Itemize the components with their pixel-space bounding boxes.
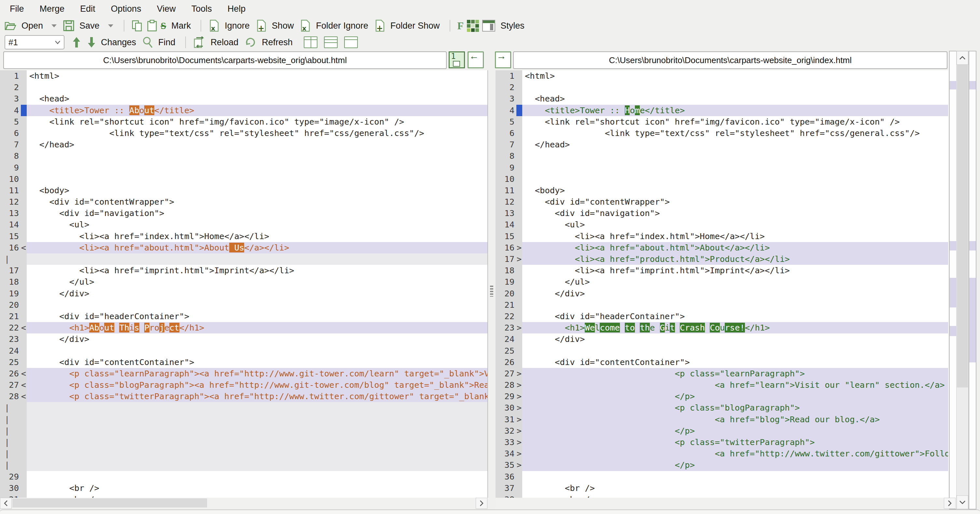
code-row[interactable]: 1<html> (496, 70, 948, 82)
code-line-text[interactable]: <p class="learnParagraph"><a href="http:… (27, 368, 487, 379)
code-line-text[interactable]: <p class="learnParagraph"> (522, 368, 948, 379)
code-row[interactable]: 17 <li><a href="imprint.html">Imprint</a… (0, 265, 487, 276)
code-row[interactable]: 27< <p class="blogParagraph"><a href="ht… (0, 379, 487, 391)
mark-icon[interactable]: S (161, 20, 166, 31)
code-row[interactable]: 19 </ul> (496, 276, 948, 287)
code-row[interactable]: 13 <div id="navigation"> (0, 208, 487, 219)
window-style-icon[interactable] (482, 20, 495, 32)
code-line-text[interactable] (27, 471, 487, 482)
code-row[interactable]: 20 </div> (496, 288, 948, 299)
code-line-text[interactable]: <h1>About This Project</h1> (27, 322, 487, 333)
next-difference-icon[interactable] (87, 36, 96, 48)
code-row[interactable]: 4> <title>Tower :: Home</title> (496, 105, 948, 116)
code-row[interactable]: 1<html> (0, 70, 487, 82)
right-file-path[interactable]: C:\Users\brunobrito\Documents\carparts-w… (513, 51, 947, 69)
code-row[interactable]: 2 (0, 82, 487, 93)
scroll-left-icon[interactable] (0, 498, 12, 509)
code-line-text[interactable]: <br /> (522, 494, 948, 498)
code-row[interactable]: 12 <div id="contentWrapper"> (0, 196, 487, 208)
folder-show-icon[interactable]: + (374, 19, 385, 32)
diff-location-mark[interactable] (969, 81, 976, 89)
code-row[interactable]: 18 <li><a href="imprint.html">Imprint</a… (496, 265, 948, 276)
refresh-button[interactable]: Refresh (262, 37, 293, 48)
copy-to-left-icon[interactable]: ← (468, 51, 484, 68)
styles-button[interactable]: Styles (500, 21, 525, 31)
code-row[interactable]: 18 </ul> (0, 276, 487, 287)
reload-icon[interactable] (193, 36, 205, 48)
code-row[interactable]: 11 <body> (496, 185, 948, 196)
code-line-text[interactable] (27, 150, 487, 162)
code-line-text[interactable]: <div id="navigation"> (522, 208, 948, 219)
code-line-text[interactable] (522, 150, 948, 162)
code-row[interactable]: 8 (0, 150, 487, 162)
ignore-button[interactable]: Ignore (225, 21, 250, 31)
menu-tools[interactable]: Tools (184, 2, 220, 16)
code-row[interactable]: 22 <div id="headerContainer"> (496, 311, 948, 322)
vertical-scrollbar[interactable] (956, 51, 969, 509)
code-line-text[interactable]: <li><a href="imprint.html">Imprint</a></… (522, 265, 948, 276)
code-row[interactable]: 37 <br /> (496, 482, 948, 494)
code-line-text[interactable]: <div id="contentContainer"> (27, 357, 487, 368)
code-row[interactable]: 27> <p class="learnParagraph"> (496, 368, 948, 379)
code-line-text[interactable]: <br /> (27, 494, 487, 498)
ghost-row[interactable]: | (0, 425, 487, 436)
ghost-row[interactable]: | (0, 414, 487, 425)
code-line-text[interactable]: <li><a href="imprint.html">Imprint</a></… (27, 265, 487, 276)
code-row[interactable]: 36 (496, 471, 948, 482)
file-ignore-icon[interactable]: x (208, 19, 220, 32)
code-row[interactable]: 9 (496, 162, 948, 173)
code-row[interactable]: 9 (0, 162, 487, 173)
left-file-path[interactable]: C:\Users\brunobrito\Documents\carparts-w… (3, 51, 447, 69)
code-row[interactable]: 10 (496, 173, 948, 185)
code-line-text[interactable]: <head> (27, 93, 487, 105)
scroll-down-icon[interactable] (956, 495, 968, 509)
code-line-text[interactable]: <html> (522, 70, 948, 82)
location-pane-left[interactable] (949, 51, 957, 509)
code-line-text[interactable]: <title>Tower :: About</title> (27, 105, 487, 116)
folder-ignore-button[interactable]: Folder Ignore (316, 21, 368, 31)
code-line-text[interactable]: <ul> (27, 219, 487, 230)
code-line-text[interactable]: <html> (27, 70, 487, 82)
splitter-grip-icon[interactable] (490, 286, 493, 297)
code-row[interactable]: 14 <ul> (0, 219, 487, 230)
ghost-row[interactable]: | (0, 459, 487, 471)
code-line-text[interactable]: <li><a href="about.html">About Us</a></l… (27, 242, 487, 254)
code-line-text[interactable]: <li><a href="product.html">Product</a></… (522, 254, 948, 265)
code-row[interactable]: 30 <br /> (0, 482, 487, 494)
code-line-text[interactable]: <body> (27, 185, 487, 196)
code-row[interactable]: 3 <head> (496, 93, 948, 105)
code-line-text[interactable]: <div id="contentWrapper"> (522, 196, 948, 208)
save-left-icon[interactable]: 1 (449, 51, 465, 68)
ghost-row[interactable]: | (0, 436, 487, 448)
code-line-text[interactable]: </p> (522, 391, 948, 402)
code-line-text[interactable] (27, 299, 487, 311)
code-line-text[interactable]: </div> (27, 333, 487, 345)
code-line-text[interactable] (522, 82, 948, 93)
left-horizontal-scrollbar[interactable] (0, 498, 487, 509)
find-icon[interactable] (142, 36, 153, 48)
code-row[interactable]: 25 (496, 345, 948, 357)
code-line-text[interactable] (27, 254, 487, 265)
code-row[interactable]: 3 <head> (0, 93, 487, 105)
code-row[interactable]: 22< <h1>About This Project</h1> (0, 322, 487, 333)
layout-horizontal-split-icon[interactable] (324, 36, 337, 48)
code-line-text[interactable]: <body> (522, 185, 948, 196)
code-line-text[interactable]: </p> (522, 425, 948, 436)
code-line-text[interactable]: <li><a href="index.html">Home</a></li> (27, 231, 487, 242)
code-row[interactable]: 32> </p> (496, 425, 948, 436)
code-line-text[interactable]: </ul> (522, 276, 948, 287)
layout-single-icon[interactable] (344, 36, 358, 48)
code-line-text[interactable] (27, 436, 487, 448)
code-row[interactable]: 16> <li><a href="about.html">About</a></… (496, 242, 948, 254)
code-row[interactable]: 4< <title>Tower :: About</title> (0, 105, 487, 116)
code-row[interactable]: 23> <h1>Welcome to the Git Crash Course!… (496, 322, 948, 333)
colors-grid-icon[interactable] (467, 20, 479, 32)
code-line-text[interactable] (27, 414, 487, 425)
diff-location-mark[interactable] (950, 326, 956, 336)
code-row[interactable]: 21 (496, 299, 948, 311)
code-row[interactable]: 31> <a href="blog">Read our blog.</a> (496, 414, 948, 425)
code-line-text[interactable]: <div id="contentWrapper"> (27, 196, 487, 208)
code-row[interactable]: 29> </p> (496, 391, 948, 402)
scroll-right-icon[interactable] (476, 498, 487, 509)
code-line-text[interactable] (522, 345, 948, 357)
